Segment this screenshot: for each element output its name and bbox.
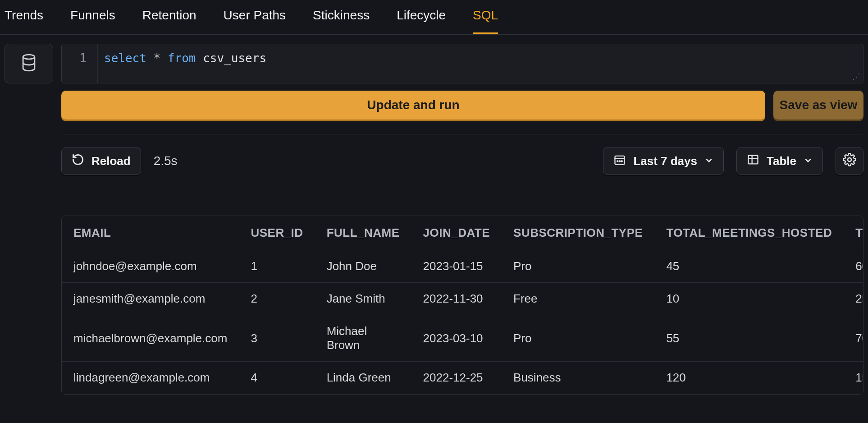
reload-button[interactable]: Reload [61, 147, 141, 175]
results-controls: Reload 2.5s Last 7 days [61, 147, 863, 175]
chevron-down-icon [804, 154, 813, 168]
sql-keyword: select [104, 51, 146, 65]
chevron-down-icon [704, 154, 713, 168]
cell-email: janesmith@example.com [62, 283, 239, 315]
cell-total: 25 [844, 283, 863, 315]
reload-icon [72, 153, 84, 169]
cell-subscription-type: Free [502, 283, 654, 315]
date-range-label: Last 7 days [633, 154, 697, 168]
col-total-meetings-hosted[interactable]: TOTAL_MEETINGS_HOSTED [654, 216, 844, 250]
cell-subscription-type: Pro [502, 315, 654, 362]
col-subscription-type[interactable]: SUBSCRIPTION_TYPE [502, 216, 654, 250]
sql-editor[interactable]: 1 select * from csv_users ⋰ [61, 44, 863, 83]
cell-email: lindagreen@example.com [62, 362, 239, 394]
results-table-container: EMAIL USER_ID FULL_NAME JOIN_DATE SUBSCR… [61, 216, 863, 395]
tab-stickiness[interactable]: Stickiness [313, 8, 370, 34]
col-join-date[interactable]: JOIN_DATE [411, 216, 502, 250]
view-mode-selector[interactable]: Table [736, 147, 823, 175]
editor-actions: Update and run Save as view [61, 91, 863, 120]
results-table: EMAIL USER_ID FULL_NAME JOIN_DATE SUBSCR… [62, 216, 863, 394]
cell-subscription-type: Pro [502, 250, 654, 283]
divider [61, 134, 863, 134]
reload-label: Reload [91, 154, 131, 168]
sql-identifier: csv_users [203, 51, 266, 65]
cell-total-meetings-hosted: 55 [654, 315, 844, 362]
settings-button[interactable] [836, 147, 863, 175]
col-user-id[interactable]: USER_ID [239, 216, 315, 250]
svg-point-5 [621, 161, 622, 161]
cell-join-date: 2022-11-30 [411, 283, 502, 315]
table-row[interactable]: michaelbrown@example.com 3 Michael Brown… [62, 315, 863, 362]
cell-user-id: 3 [239, 315, 315, 362]
editor-code[interactable]: select * from csv_users [98, 44, 266, 83]
cell-join-date: 2022-12-25 [411, 362, 502, 394]
cell-email: michaelbrown@example.com [62, 315, 239, 362]
cell-full-name: John Doe [315, 250, 411, 283]
cell-join-date: 2023-01-15 [411, 250, 502, 283]
cell-full-name: Jane Smith [315, 283, 411, 315]
date-range-selector[interactable]: Last 7 days [603, 147, 724, 175]
view-mode-label: Table [767, 154, 796, 168]
cell-full-name: Linda Green [315, 362, 411, 394]
tab-retention[interactable]: Retention [142, 8, 196, 34]
col-email[interactable]: EMAIL [62, 216, 239, 250]
cell-email: johndoe@example.com [62, 250, 239, 283]
query-duration: 2.5s [154, 154, 178, 168]
table-icon [747, 153, 759, 169]
tab-lifecycle[interactable]: Lifecycle [397, 8, 446, 34]
svg-rect-6 [749, 155, 758, 164]
col-full-name[interactable]: FULL_NAME [315, 216, 411, 250]
resize-handle-icon[interactable]: ⋰ [852, 72, 860, 81]
col-total-partial[interactable]: TOTAL_ [844, 216, 863, 250]
svg-point-3 [617, 161, 618, 161]
cell-total: 150 [844, 362, 863, 394]
sql-star: * [154, 51, 161, 65]
save-as-view-button[interactable]: Save as view [773, 91, 863, 120]
tab-sql[interactable]: SQL [473, 8, 498, 34]
table-row[interactable]: lindagreen@example.com 4 Linda Green 202… [62, 362, 863, 394]
tab-trends[interactable]: Trends [5, 8, 43, 34]
sql-keyword: from [168, 51, 196, 65]
insight-tabs: Trends Funnels Retention User Paths Stic… [0, 0, 868, 35]
cell-join-date: 2023-03-10 [411, 315, 502, 362]
calendar-icon [613, 153, 626, 169]
cell-full-name: Michael Brown [315, 315, 411, 362]
svg-point-4 [619, 161, 620, 161]
cell-user-id: 2 [239, 283, 315, 315]
cell-total-meetings-hosted: 45 [654, 250, 844, 283]
cell-total: 70 [844, 315, 863, 362]
table-row[interactable]: janesmith@example.com 2 Jane Smith 2022-… [62, 283, 863, 315]
database-schema-button[interactable] [5, 44, 53, 83]
svg-point-9 [848, 158, 851, 161]
editor-gutter: 1 [62, 44, 98, 83]
cell-total: 60 [844, 250, 863, 283]
gear-icon [843, 153, 856, 170]
svg-point-0 [23, 55, 35, 59]
update-and-run-button[interactable]: Update and run [61, 91, 765, 120]
cell-user-id: 4 [239, 362, 315, 394]
database-icon [21, 54, 37, 74]
tab-user-paths[interactable]: User Paths [224, 8, 286, 34]
table-header-row: EMAIL USER_ID FULL_NAME JOIN_DATE SUBSCR… [62, 216, 863, 250]
cell-total-meetings-hosted: 120 [654, 362, 844, 394]
cell-user-id: 1 [239, 250, 315, 283]
tab-funnels[interactable]: Funnels [70, 8, 115, 34]
table-row[interactable]: johndoe@example.com 1 John Doe 2023-01-1… [62, 250, 863, 283]
cell-total-meetings-hosted: 10 [654, 283, 844, 315]
cell-subscription-type: Business [502, 362, 654, 394]
